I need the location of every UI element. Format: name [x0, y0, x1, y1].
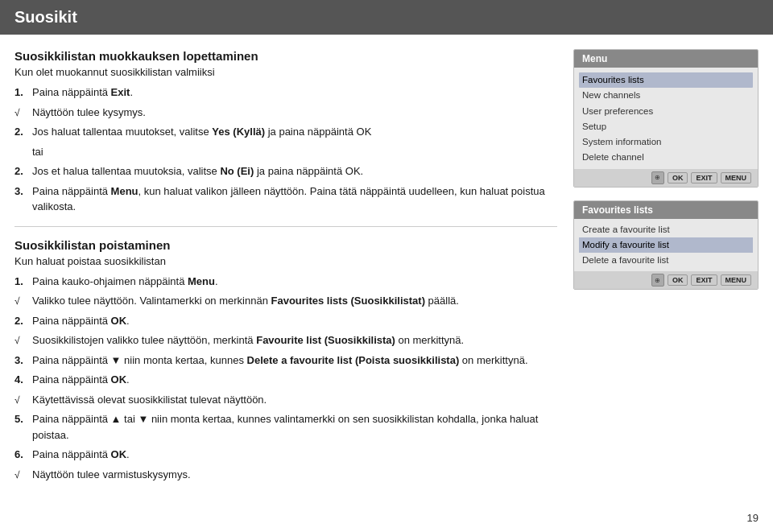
list-item: 2. Paina näppäintä OK. — [14, 313, 557, 329]
step-num: 2. — [14, 163, 29, 179]
fav-item-modify[interactable]: Modify a favourite list — [579, 237, 753, 253]
ok-button[interactable]: OK — [668, 172, 688, 184]
page-title: Suosikit — [14, 8, 759, 27]
menu-item-deletechannel[interactable]: Delete channel — [582, 150, 750, 165]
step-text: Jos et halua tallentaa muutoksia, valits… — [32, 163, 557, 179]
favourites-panel-header: Favourites lists — [574, 201, 758, 219]
main-content: Suosikkilistan muokkauksen lopettaminen … — [0, 49, 773, 486]
step-num: 3. — [14, 184, 29, 200]
step-text: Näyttöön tulee varmistuskysymys. — [32, 467, 557, 483]
bottom-section: Suosikkilistan poistaminen Kun haluat po… — [14, 238, 557, 483]
list-item: 2. Jos haluat tallentaa muutokset, valit… — [14, 124, 557, 140]
step-num: 3. — [14, 353, 29, 369]
menu-item-favourites[interactable]: Favourites lists — [579, 72, 753, 88]
list-item: 5. Paina näppäintä ▲ tai ▼ niin monta ke… — [14, 411, 557, 443]
favourites-panel: Favourites lists Create a favourite list… — [573, 200, 759, 291]
bottom-step-list: 1. Paina kauko-ohjaimen näppäintä Menu. … — [14, 274, 557, 483]
menu-panel-header: Menu — [574, 50, 758, 68]
step-num: 6. — [14, 447, 29, 463]
step-num: 1. — [14, 274, 29, 290]
step-num: 4. — [14, 372, 29, 388]
list-item: 3. Paina näppäintä ▼ niin monta kertaa, … — [14, 353, 557, 369]
fav-item-create[interactable]: Create a favourite list — [582, 222, 750, 237]
list-item: 6. Paina näppäintä OK. — [14, 447, 557, 463]
nav-arrows-icon-2: ⊕ — [651, 274, 664, 287]
list-item: √ Näyttöön tulee kysymys. — [14, 105, 557, 121]
fav-item-delete[interactable]: Delete a favourite list — [582, 253, 750, 268]
menu-panel-body: Favourites lists New channels User prefe… — [574, 68, 758, 169]
list-item: √ Käytettävissä olevat suosikkilistat tu… — [14, 392, 557, 408]
list-item: 4. Paina näppäintä OK. — [14, 372, 557, 388]
list-item: √ Valikko tulee näyttöön. Valintamerkki … — [14, 293, 557, 309]
step-text: tai — [32, 144, 557, 160]
step-text: Paina näppäintä Exit. — [32, 85, 557, 101]
step-num: 5. — [14, 411, 29, 427]
step-num: 2. — [14, 124, 29, 140]
section-divider — [14, 226, 557, 227]
bottom-section-title: Suosikkilistan poistaminen — [14, 238, 557, 252]
favourites-panel-footer: ⊕ OK EXIT MENU — [574, 271, 758, 289]
step-text: Jos haluat tallentaa muutokset, valitse … — [32, 124, 557, 140]
step-text: Valikko tulee näyttöön. Valintamerkki on… — [32, 293, 557, 309]
right-column: Menu Favourites lists New channels User … — [573, 49, 759, 486]
ok-button-2[interactable]: OK — [668, 274, 688, 286]
menu-item-userprefs[interactable]: User preferences — [582, 104, 750, 119]
step-bullet: √ — [14, 332, 29, 348]
step-text: Paina näppäintä OK. — [32, 372, 557, 388]
step-num: 1. — [14, 85, 29, 101]
top-step-list: 1. Paina näppäintä Exit. √ Näyttöön tule… — [14, 85, 557, 215]
step-text: Käytettävissä olevat suosikkilistat tule… — [32, 392, 557, 408]
menu-panel-footer: ⊕ OK EXIT MENU — [574, 169, 758, 187]
list-item: 3. Paina näppäintä Menu, kun haluat vali… — [14, 184, 557, 215]
menu-button-2[interactable]: MENU — [721, 274, 752, 286]
page-number: 19 — [747, 512, 759, 524]
page-wrapper: Suosikit Suosikkilistan muokkauksen lope… — [0, 0, 773, 532]
exit-button[interactable]: EXIT — [691, 172, 717, 184]
top-section-subtitle: Kun olet muokannut suosikkilistan valmii… — [14, 66, 557, 78]
step-bullet: √ — [14, 467, 29, 482]
step-text: Paina näppäintä OK. — [32, 313, 557, 329]
bottom-section-subtitle: Kun haluat poistaa suosikkilistan — [14, 255, 557, 267]
list-item: 1. Paina näppäintä Exit. — [14, 85, 557, 101]
left-column: Suosikkilistan muokkauksen lopettaminen … — [14, 49, 557, 486]
step-bullet: √ — [14, 293, 29, 308]
menu-button[interactable]: MENU — [721, 172, 752, 184]
exit-button-2[interactable]: EXIT — [691, 274, 717, 286]
menu-item-setup[interactable]: Setup — [582, 119, 750, 134]
menu-item-sysinfo[interactable]: System information — [582, 134, 750, 150]
top-section-title: Suosikkilistan muokkauksen lopettaminen — [14, 49, 557, 63]
list-item: tai — [14, 144, 557, 160]
step-bullet: √ — [14, 105, 29, 120]
step-text: Paina näppäintä Menu, kun haluat valikon… — [32, 184, 557, 215]
step-num: 2. — [14, 313, 29, 329]
step-text: Näyttöön tulee kysymys. — [32, 105, 557, 121]
menu-item-newchannels[interactable]: New channels — [582, 88, 750, 103]
list-item: 1. Paina kauko-ohjaimen näppäintä Menu. — [14, 274, 557, 290]
nav-arrows-icon: ⊕ — [651, 171, 664, 184]
top-section: Suosikkilistan muokkauksen lopettaminen … — [14, 49, 557, 215]
step-text: Paina näppäintä ▲ tai ▼ niin monta kerta… — [32, 411, 557, 443]
menu-panel: Menu Favourites lists New channels User … — [573, 49, 759, 188]
list-item: √ Näyttöön tulee varmistuskysymys. — [14, 467, 557, 483]
list-item: 2. Jos et halua tallentaa muutoksia, val… — [14, 163, 557, 179]
step-text: Paina näppäintä OK. — [32, 447, 557, 463]
step-text: Paina kauko-ohjaimen näppäintä Menu. — [32, 274, 557, 290]
step-bullet: √ — [14, 392, 29, 407]
page-header: Suosikit — [0, 0, 773, 35]
list-item: √ Suosikkilistojen valikko tulee näyttöö… — [14, 332, 557, 348]
step-text: Paina näppäintä ▼ niin monta kertaa, kun… — [32, 353, 557, 369]
favourites-panel-body: Create a favourite list Modify a favouri… — [574, 219, 758, 272]
step-text: Suosikkilistojen valikko tulee näyttöön,… — [32, 332, 557, 348]
